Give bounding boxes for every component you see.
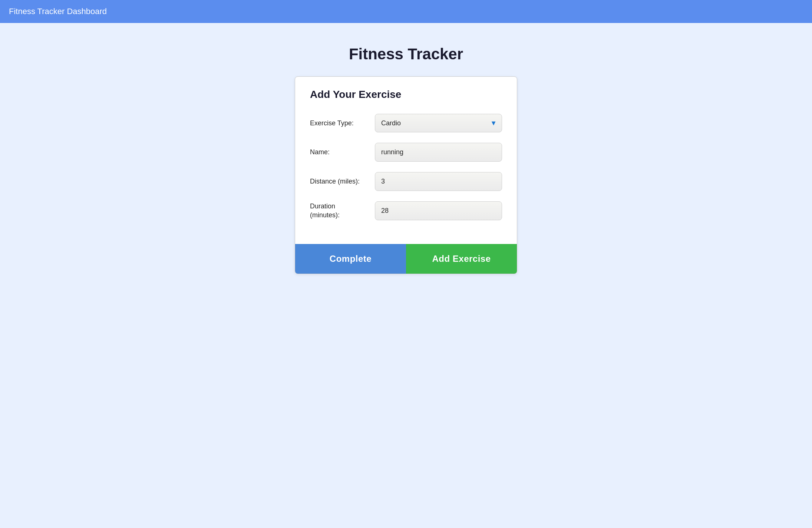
add-exercise-button[interactable]: Add Exercise <box>406 244 517 274</box>
exercise-type-select[interactable]: Cardio Strength Flexibility Balance Othe… <box>375 114 502 132</box>
form-actions: Complete Add Exercise <box>295 244 517 274</box>
app-header: Fitness Tracker Dashboard <box>0 0 812 23</box>
name-input[interactable] <box>375 143 502 162</box>
exercise-form-card: Add Your Exercise Exercise Type: Cardio … <box>295 76 517 274</box>
duration-row: Duration (minutes): <box>310 201 502 220</box>
duration-input[interactable] <box>375 201 502 220</box>
form-card-title: Add Your Exercise <box>310 89 502 100</box>
complete-button[interactable]: Complete <box>295 244 406 274</box>
main-content: Fitness Tracker Add Your Exercise Exerci… <box>0 23 812 289</box>
distance-row: Distance (miles): <box>310 172 502 191</box>
duration-label: Duration (minutes): <box>310 202 375 220</box>
distance-label: Distance (miles): <box>310 178 375 185</box>
form-body: Add Your Exercise Exercise Type: Cardio … <box>295 77 517 244</box>
exercise-type-label: Exercise Type: <box>310 119 375 127</box>
exercise-type-row: Exercise Type: Cardio Strength Flexibili… <box>310 114 502 132</box>
header-title: Fitness Tracker Dashboard <box>9 7 107 16</box>
distance-input[interactable] <box>375 172 502 191</box>
exercise-type-select-wrapper: Cardio Strength Flexibility Balance Othe… <box>375 114 502 132</box>
page-title: Fitness Tracker <box>349 45 463 63</box>
name-row: Name: <box>310 143 502 162</box>
name-label: Name: <box>310 148 375 156</box>
